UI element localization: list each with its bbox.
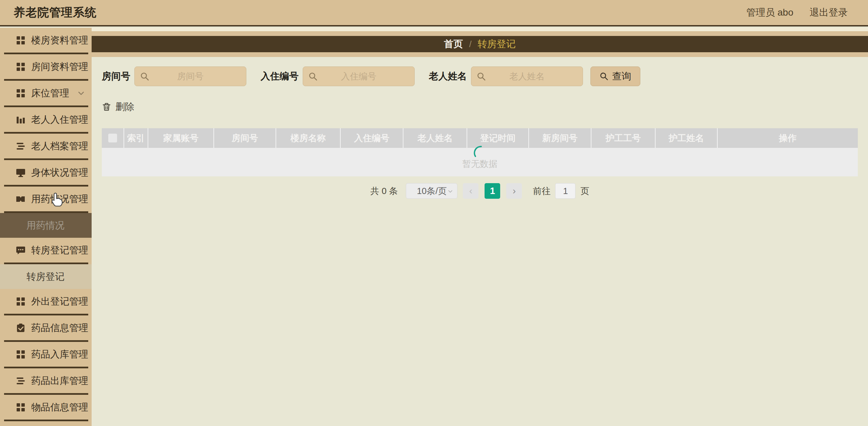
grid-icon: [16, 402, 26, 412]
menu-divider: [4, 420, 88, 421]
search-icon: [477, 72, 486, 81]
bar-chart-icon: [16, 115, 26, 125]
sidebar-item-elder-checkin[interactable]: 老人入住管理: [0, 107, 92, 132]
goto-page-input[interactable]: [555, 183, 575, 199]
col-caregiver-id: 护工工号: [591, 128, 656, 148]
sidebar-item-item-info[interactable]: 物品信息管理: [0, 395, 92, 420]
search-icon: [308, 72, 318, 81]
chevron-down-icon: [77, 196, 85, 203]
sidebar-item-elder-archive[interactable]: 老人档案管理: [0, 134, 92, 158]
grid-icon: [16, 296, 26, 307]
video-icon: [16, 194, 26, 204]
grid-icon: [16, 88, 26, 98]
chat-icon: [16, 245, 26, 255]
sidebar-item-building-info[interactable]: 楼房资料管理: [0, 28, 92, 53]
col-family-account: 家属账号: [148, 128, 214, 148]
clipboard-icon: [16, 323, 26, 333]
table-empty-state: 暂无数据: [102, 148, 858, 176]
chevron-down-icon: [77, 247, 85, 254]
query-button-label: 查询: [612, 70, 631, 83]
list-icon: [16, 141, 26, 151]
col-building-name: 楼房名称: [276, 128, 341, 148]
select-all-cell: [102, 128, 124, 148]
grid-icon: [16, 62, 26, 72]
sidebar-item-drug-outbound[interactable]: 药品出库管理: [0, 368, 92, 393]
sidebar: 楼房资料管理 房间资料管理 床位管理 老人入住管理 老人档案管理 身体状况管理 …: [0, 28, 92, 426]
app-title: 养老院管理系统: [0, 5, 97, 20]
page-unit-label: 页: [580, 185, 589, 197]
chevron-down-icon: [77, 351, 85, 359]
sidebar-item-bed-management[interactable]: 床位管理: [0, 81, 92, 105]
col-checkin-number: 入住编号: [341, 128, 403, 148]
chevron-down-icon: [77, 90, 85, 97]
breadcrumb-current: 转房登记: [478, 38, 516, 51]
query-button[interactable]: 查询: [590, 66, 640, 86]
chevron-down-icon: [77, 37, 85, 44]
pagination: 共 0 条 10条/页 ‹ 1 › 前往 页: [102, 183, 858, 199]
checkin-number-input[interactable]: [303, 67, 414, 86]
col-room-number: 房间号: [214, 128, 276, 148]
chevron-down-icon: [77, 325, 85, 332]
monitor-icon: [16, 168, 26, 178]
col-actions: 操作: [718, 128, 858, 148]
chevron-down-icon: [77, 116, 85, 124]
search-icon: [140, 72, 150, 81]
main-content: 首页 / 转房登记 房间号 入住编号 老人姓名: [92, 28, 868, 426]
list-icon: [16, 376, 26, 386]
elder-name-label: 老人姓名: [429, 70, 467, 83]
room-number-label: 房间号: [102, 70, 130, 83]
breadcrumb-spacer: [92, 52, 868, 57]
logout-button[interactable]: 退出登录: [810, 6, 848, 19]
prev-page-button[interactable]: ‹: [463, 183, 478, 199]
chevron-down-icon: [77, 169, 85, 177]
next-page-button[interactable]: ›: [506, 183, 522, 199]
checkin-number-label: 入住编号: [261, 70, 299, 83]
chevron-down-icon: [77, 377, 85, 385]
room-number-input[interactable]: [135, 67, 246, 86]
chevron-down-icon: [448, 189, 453, 194]
search-icon: [600, 72, 609, 81]
grid-icon: [16, 35, 26, 45]
sidebar-item-health-status[interactable]: 身体状况管理: [0, 160, 92, 185]
top-spacer: [92, 31, 868, 36]
header-highlight-strip: [92, 28, 868, 31]
toolbar: 删除: [102, 100, 858, 113]
page-body: 房间号 入住编号 老人姓名 查询: [92, 57, 868, 199]
col-index: 索引: [124, 128, 148, 148]
delete-button[interactable]: 删除: [102, 100, 134, 113]
sidebar-subitem-medication-status[interactable]: 用药情况: [0, 213, 92, 238]
elder-name-field-wrap: [471, 66, 583, 86]
elder-name-input[interactable]: [471, 67, 583, 86]
delete-button-label: 删除: [115, 100, 134, 113]
sidebar-item-room-transfer-management[interactable]: 转房登记管理: [0, 238, 92, 263]
page-number-button[interactable]: 1: [485, 183, 500, 199]
select-all-checkbox[interactable]: [108, 134, 117, 142]
sidebar-item-room-info[interactable]: 房间资料管理: [0, 54, 92, 79]
grid-icon: [16, 349, 26, 360]
chevron-down-icon: [77, 404, 85, 411]
room-number-field-wrap: [134, 66, 246, 86]
col-new-room-number: 新房间号: [529, 128, 591, 148]
chevron-down-icon: [77, 63, 85, 71]
page-size-value: 10条/页: [417, 185, 447, 197]
sidebar-item-drug-inbound[interactable]: 药品入库管理: [0, 342, 92, 367]
app-header: 养老院管理系统 管理员 abo 退出登录: [0, 0, 868, 26]
chevron-down-icon: [77, 298, 85, 306]
sidebar-subitem-room-transfer[interactable]: 转房登记: [0, 264, 92, 289]
sidebar-item-outing-registration[interactable]: 外出登记管理: [0, 289, 92, 314]
sidebar-item-label: 床位管理: [31, 87, 69, 100]
col-elder-name: 老人姓名: [403, 128, 467, 148]
pagination-total: 共 0 条: [371, 185, 398, 197]
sidebar-item-medication-management[interactable]: 用药情况管理: [0, 187, 92, 211]
chevron-down-icon: [77, 143, 85, 150]
page-size-select[interactable]: 10条/页: [406, 183, 457, 199]
current-user-label: 管理员 abo: [747, 6, 794, 19]
sidebar-item-drug-info[interactable]: 药品信息管理: [0, 315, 92, 340]
transfer-table: 索引 家属账号 房间号 楼房名称 入住编号 老人姓名 登记时间 新房间号 护工工…: [102, 128, 858, 176]
goto-label: 前往: [533, 185, 550, 197]
checkin-number-field-wrap: [303, 66, 415, 86]
table-body: 暂无数据: [102, 148, 858, 176]
breadcrumb-home-link[interactable]: 首页: [444, 38, 463, 51]
trash-icon: [102, 102, 111, 112]
breadcrumb: 首页 / 转房登记: [92, 36, 868, 52]
